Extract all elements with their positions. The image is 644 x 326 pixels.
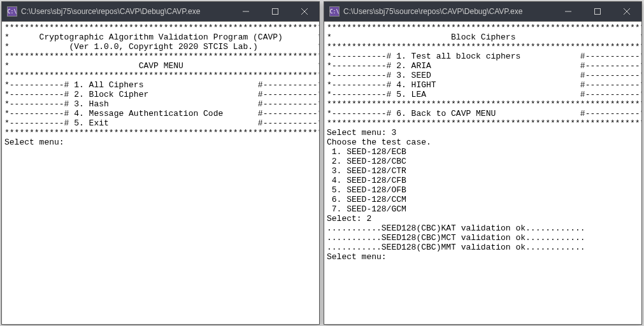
maximize-button[interactable] — [583, 2, 612, 21]
titlebar[interactable]: C:\ C:\Users\sbj75\source\repos\CAVP\Deb… — [324, 2, 641, 21]
minimize-icon — [243, 8, 249, 15]
minimize-button[interactable] — [231, 2, 261, 21]
app-icon: C:\ — [329, 6, 340, 17]
close-button[interactable] — [290, 2, 319, 21]
window-controls — [231, 2, 319, 21]
maximize-button[interactable] — [261, 2, 290, 21]
window-title: C:\Users\sbj75\source\repos\CAVP\Debug\C… — [343, 7, 554, 16]
close-icon — [624, 8, 630, 15]
console-window-left: C:\ C:\Users\sbj75\source\repos\CAVP\Deb… — [1, 1, 320, 325]
minimize-button[interactable] — [554, 2, 583, 21]
minimize-icon — [565, 8, 571, 15]
close-icon — [301, 8, 308, 15]
app-icon: C:\ — [7, 6, 17, 17]
console-output[interactable]: ****************************************… — [324, 21, 641, 324]
window-title: C:\Users\sbj75\source\repos\CAVP\Debug\C… — [21, 7, 231, 16]
console-output[interactable]: ****************************************… — [2, 21, 319, 324]
console-window-right: C:\ C:\Users\sbj75\source\repos\CAVP\Deb… — [324, 1, 642, 325]
maximize-icon — [594, 8, 601, 15]
svg-rect-5 — [595, 9, 601, 15]
window-controls — [554, 2, 641, 21]
svg-rect-1 — [273, 9, 278, 15]
maximize-icon — [272, 8, 278, 15]
close-button[interactable] — [612, 2, 641, 21]
titlebar[interactable]: C:\ C:\Users\sbj75\source\repos\CAVP\Deb… — [2, 2, 319, 21]
